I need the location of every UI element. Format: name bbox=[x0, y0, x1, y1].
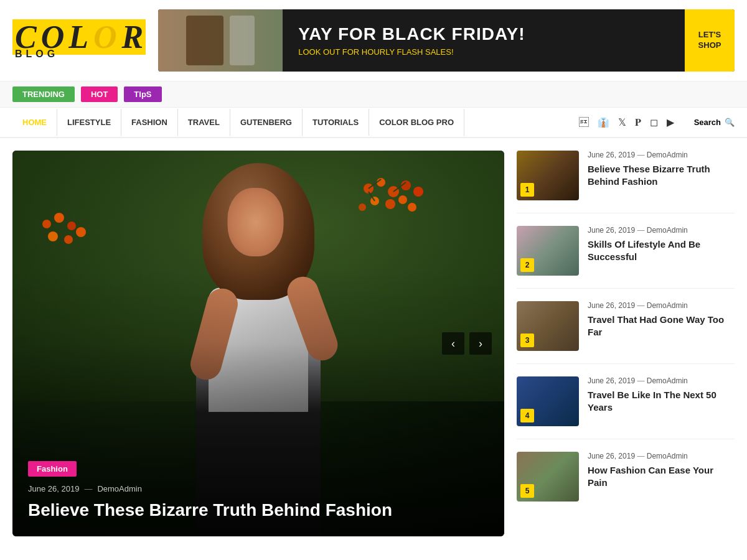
sidebar-num-3: 3 bbox=[520, 334, 534, 347]
sidebar-thumb-2: 2 bbox=[517, 226, 579, 276]
sidebar-date-4: June 26, 2019 bbox=[588, 376, 635, 385]
banner-ad[interactable]: YAY FOR BLACK FRIDAY! LOOK OUT FOR HOURL… bbox=[158, 9, 735, 72]
sidebar-num-5: 5 bbox=[520, 484, 534, 498]
sidebar-meta-1: June 26, 2019 — DemoAdmin bbox=[588, 151, 735, 159]
sidebar-author-5: DemoAdmin bbox=[647, 452, 688, 460]
sidebar-post-3: 3 June 26, 2019 — DemoAdmin Travel That … bbox=[517, 301, 735, 364]
trending-bar: TRENDING HOT TIpS bbox=[0, 82, 747, 108]
search-icon: 🔍 bbox=[725, 118, 735, 127]
banner-cta-button[interactable]: LET'S SHOP bbox=[685, 9, 735, 72]
sidebar-title-5[interactable]: How Fashion Can Ease Your Pain bbox=[588, 464, 735, 488]
sidebar-author-1: DemoAdmin bbox=[647, 151, 688, 159]
header: COLOR BLOG YAY FOR BLACK FRIDAY! LOOK OU… bbox=[0, 0, 747, 82]
banner-subtext: LOOK OUT FOR HOURLY FLASH SALES! bbox=[298, 47, 669, 57]
sidebar-meta-4: June 26, 2019 — DemoAdmin bbox=[588, 376, 735, 385]
search-label: Search bbox=[694, 118, 721, 127]
sidebar-date-3: June 26, 2019 bbox=[588, 301, 635, 310]
sidebar-title-3[interactable]: Travel That Had Gone Way Too Far bbox=[588, 314, 735, 338]
facebook-icon[interactable]:  bbox=[579, 117, 589, 128]
sidebar-post-1: 1 June 26, 2019 — DemoAdmin Believe Thes… bbox=[517, 151, 735, 213]
sidebar-post-info-1: June 26, 2019 — DemoAdmin Believe These … bbox=[588, 151, 735, 200]
nav-lifestyle[interactable]: LIFESTYLE bbox=[57, 109, 121, 136]
search-button[interactable]: Search 🔍 bbox=[684, 109, 735, 136]
nav-fashion[interactable]: FASHION bbox=[121, 109, 178, 136]
banner-ad-image bbox=[158, 9, 283, 72]
instagram-icon[interactable]: ◻ bbox=[650, 116, 658, 128]
sidebar-num-2: 2 bbox=[520, 258, 534, 272]
banner-headline: YAY FOR BLACK FRIDAY! bbox=[298, 24, 669, 44]
tag-tips[interactable]: TIpS bbox=[124, 86, 161, 102]
sidebar-post-info-3: June 26, 2019 — DemoAdmin Travel That Ha… bbox=[588, 301, 735, 351]
nav-tutorials[interactable]: TUTORIALS bbox=[303, 109, 369, 136]
sidebar-author-2: DemoAdmin bbox=[647, 226, 688, 235]
slider-prev-button[interactable]: ‹ bbox=[442, 332, 464, 355]
hero-slider: ‹ › Fashion June 26, 2019 — DemoAdmin Be… bbox=[12, 151, 504, 536]
sidebar-date-2: June 26, 2019 bbox=[588, 226, 635, 235]
logo[interactable]: COLOR BLOG bbox=[12, 21, 146, 60]
sidebar-post-info-5: June 26, 2019 — DemoAdmin How Fashion Ca… bbox=[588, 452, 735, 502]
nav-home[interactable]: HOME bbox=[12, 109, 57, 136]
hero-content: Fashion June 26, 2019 — DemoAdmin Believ… bbox=[12, 446, 504, 536]
slider-controls: ‹ › bbox=[442, 332, 492, 355]
navigation: HOME LIFESTYLE FASHION TRAVEL GUTENBERG … bbox=[0, 108, 747, 138]
youtube-icon[interactable]: ▶ bbox=[667, 116, 674, 128]
sidebar-author-4: DemoAdmin bbox=[647, 376, 688, 385]
nav-color-blog-pro[interactable]: COLOR BLOG PRO bbox=[369, 109, 464, 136]
sidebar-title-4[interactable]: Travel Be Like In The Next 50 Years bbox=[588, 389, 735, 413]
sidebar-num-1: 1 bbox=[520, 183, 534, 197]
sidebar-post-info-4: June 26, 2019 — DemoAdmin Travel Be Like… bbox=[588, 376, 735, 426]
tag-hot[interactable]: HOT bbox=[81, 86, 118, 102]
main-content: ‹ › Fashion June 26, 2019 — DemoAdmin Be… bbox=[0, 138, 747, 549]
social-links:  👔 𝕏 𝐏 ◻ ▶ bbox=[569, 108, 684, 137]
hero-date: June 26, 2019 bbox=[28, 484, 79, 493]
nav-gutenberg[interactable]: GUTENBERG bbox=[230, 109, 303, 136]
nav-travel[interactable]: TRAVEL bbox=[178, 109, 230, 136]
sidebar-author-3: DemoAdmin bbox=[647, 301, 688, 310]
sidebar-num-4: 4 bbox=[520, 409, 534, 422]
tag-trending[interactable]: TRENDING bbox=[12, 86, 75, 102]
sidebar-title-2[interactable]: Skills Of Lifestyle And Be Successful bbox=[588, 238, 735, 263]
sidebar-meta-2: June 26, 2019 — DemoAdmin bbox=[588, 226, 735, 235]
sidebar-meta-3: June 26, 2019 — DemoAdmin bbox=[588, 301, 735, 310]
slider-next-button[interactable]: › bbox=[469, 332, 492, 355]
hero-meta: June 26, 2019 — DemoAdmin bbox=[28, 484, 489, 493]
sidebar-date-5: June 26, 2019 bbox=[588, 452, 635, 460]
sidebar-thumb-3: 3 bbox=[517, 301, 579, 351]
sidebar-thumb-4: 4 bbox=[517, 376, 579, 426]
hero-title[interactable]: Believe These Bizarre Truth Behind Fashi… bbox=[28, 500, 489, 521]
sidebar-date-1: June 26, 2019 bbox=[588, 151, 635, 159]
sidebar-post-4: 4 June 26, 2019 — DemoAdmin Travel Be Li… bbox=[517, 376, 735, 439]
sidebar-title-1[interactable]: Believe These Bizarre Truth Behind Fashi… bbox=[588, 163, 735, 187]
banner-text: YAY FOR BLACK FRIDAY! LOOK OUT FOR HOURL… bbox=[283, 15, 685, 66]
sidebar-meta-5: June 26, 2019 — DemoAdmin bbox=[588, 452, 735, 460]
sidebar-post-5: 5 June 26, 2019 — DemoAdmin How Fashion … bbox=[517, 452, 735, 514]
sidebar-post-2: 2 June 26, 2019 — DemoAdmin Skills Of Li… bbox=[517, 226, 735, 289]
sidebar-thumb-1: 1 bbox=[517, 151, 579, 200]
sidebar-post-info-2: June 26, 2019 — DemoAdmin Skills Of Life… bbox=[588, 226, 735, 276]
sidebar-thumb-5: 5 bbox=[517, 452, 579, 502]
hero-author: DemoAdmin bbox=[97, 484, 142, 493]
hero-category-badge[interactable]: Fashion bbox=[28, 461, 77, 477]
twitter-icon[interactable]: 𝕏 bbox=[618, 116, 626, 128]
pinterest-icon[interactable]: 𝐏 bbox=[635, 117, 641, 128]
hero-dash: — bbox=[84, 484, 92, 493]
sidebar: 1 June 26, 2019 — DemoAdmin Believe Thes… bbox=[517, 151, 735, 536]
facebook-icon[interactable]: 👔 bbox=[598, 117, 609, 128]
